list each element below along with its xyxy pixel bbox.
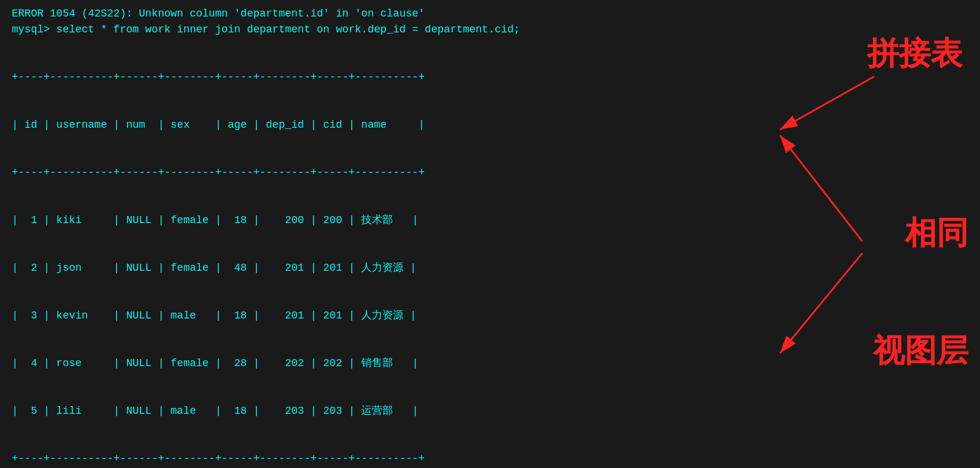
annotation-label-shituceng: 视图层 bbox=[873, 330, 968, 373]
svg-line-4 bbox=[780, 253, 862, 353]
svg-line-3 bbox=[780, 135, 862, 241]
annotation-overlay: 拼接表 相同 视图层 bbox=[733, 0, 980, 468]
annotation-label-xiangtong: 相同 bbox=[905, 212, 968, 255]
svg-line-2 bbox=[780, 77, 874, 130]
